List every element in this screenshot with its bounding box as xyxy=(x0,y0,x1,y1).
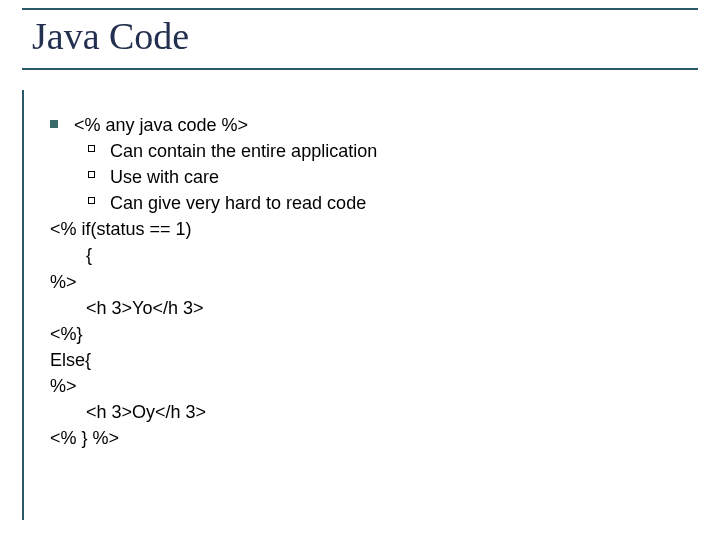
bullet1-text: <% any java code %> xyxy=(74,115,248,135)
sub2-text: Use with care xyxy=(110,167,219,187)
sub1-text: Can contain the entire application xyxy=(110,141,377,161)
code-line: <h 3>Yo</h 3> xyxy=(40,295,680,321)
code-line: <% } %> xyxy=(40,425,680,451)
hollow-square-bullet-icon xyxy=(88,171,95,178)
slide-title: Java Code xyxy=(32,16,698,58)
bullet-level2: Can contain the entire application xyxy=(40,138,680,164)
code-line: { xyxy=(40,242,680,268)
left-rule xyxy=(22,90,24,520)
code-line: %> xyxy=(40,269,680,295)
title-container: Java Code xyxy=(22,8,698,70)
code-line: <%} xyxy=(40,321,680,347)
square-bullet-icon xyxy=(50,120,58,128)
code-line: <h 3>Oy</h 3> xyxy=(40,399,680,425)
code-line: %> xyxy=(40,373,680,399)
hollow-square-bullet-icon xyxy=(88,145,95,152)
slide: Java Code <% any java code %> Can contai… xyxy=(0,0,720,540)
sub3-text: Can give very hard to read code xyxy=(110,193,366,213)
bullet-level2: Use with care xyxy=(40,164,680,190)
bullet-level2: Can give very hard to read code xyxy=(40,190,680,216)
code-line: <% if(status == 1) xyxy=(40,216,680,242)
code-line: Else{ xyxy=(40,347,680,373)
body-content: <% any java code %> Can contain the enti… xyxy=(40,112,680,451)
hollow-square-bullet-icon xyxy=(88,197,95,204)
bullet-level1: <% any java code %> xyxy=(40,112,680,138)
